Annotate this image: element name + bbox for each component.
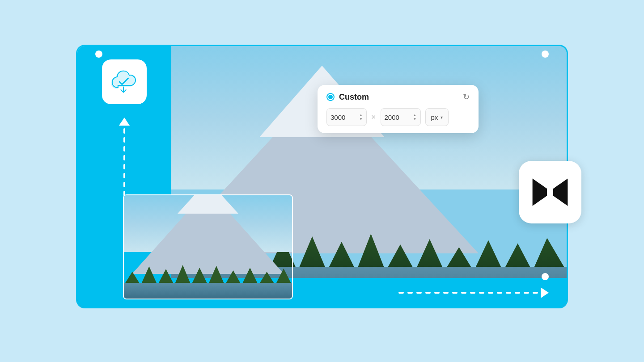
height-input[interactable]: 2000 ▲ ▼ <box>381 108 421 126</box>
width-arrow-up[interactable]: ▲ <box>359 114 363 117</box>
dash <box>123 137 125 143</box>
capcut-icon <box>530 177 570 208</box>
dash <box>515 292 520 294</box>
corner-dot-top-right <box>542 51 549 58</box>
export-arrow-indicator <box>398 287 549 298</box>
dash <box>470 292 475 294</box>
radio-inner-dot <box>328 95 333 99</box>
corner-dot-top-left <box>95 51 102 58</box>
thumb-water <box>124 283 292 299</box>
cloud-upload-icon <box>110 67 139 97</box>
height-arrow-up[interactable]: ▲ <box>413 114 417 117</box>
custom-label-row: Custom <box>326 93 369 102</box>
thumb-snow <box>178 194 238 214</box>
custom-label: Custom <box>339 93 369 102</box>
height-value: 2000 <box>385 114 399 121</box>
chevron-down-icon: ▾ <box>441 115 443 120</box>
dash <box>123 155 125 160</box>
cloud-upload-box[interactable] <box>102 59 147 104</box>
source-thumbnail <box>123 194 293 299</box>
width-value: 3000 <box>330 114 345 121</box>
settings-header-row: Custom ↻ <box>326 92 470 102</box>
width-spinners: ▲ ▼ <box>359 114 363 121</box>
dash <box>123 173 125 178</box>
dash <box>416 292 422 294</box>
width-arrow-down[interactable]: ▼ <box>359 118 363 121</box>
dash <box>497 292 502 294</box>
arrow-right-head <box>541 287 549 298</box>
dimension-separator: × <box>371 113 376 122</box>
height-arrow-down[interactable]: ▼ <box>413 118 417 121</box>
svg-rect-0 <box>547 188 553 196</box>
dash <box>434 292 440 294</box>
dash <box>533 292 538 294</box>
dash <box>425 292 431 294</box>
dashes-horizontal <box>398 292 538 294</box>
capcut-logo-box[interactable] <box>519 161 581 223</box>
dash <box>488 292 493 294</box>
unit-label: px <box>431 114 438 121</box>
dash <box>443 292 449 294</box>
dash <box>506 292 511 294</box>
corner-dot-bottom-right <box>542 273 549 280</box>
dash <box>407 292 413 294</box>
custom-radio-button[interactable] <box>326 93 335 101</box>
settings-dimensions-row: 3000 ▲ ▼ × 2000 ▲ ▼ px ▾ <box>326 108 470 126</box>
unit-dropdown[interactable]: px ▾ <box>425 108 449 126</box>
dash <box>479 292 484 294</box>
dash <box>123 128 125 134</box>
height-spinners: ▲ ▼ <box>413 114 417 121</box>
width-input[interactable]: 3000 ▲ ▼ <box>326 108 367 126</box>
dash <box>123 182 125 187</box>
dash <box>123 146 125 152</box>
dash <box>452 292 458 294</box>
arrow-up-head <box>119 118 130 126</box>
dash <box>123 164 125 169</box>
reset-button[interactable]: ↻ <box>463 92 470 102</box>
custom-settings-panel: Custom ↻ 3000 ▲ ▼ × 2000 ▲ ▼ <box>318 85 479 133</box>
dash <box>398 292 404 294</box>
dash <box>524 292 529 294</box>
main-scene: Custom ↻ 3000 ▲ ▼ × 2000 ▲ ▼ <box>54 36 590 326</box>
dash <box>461 292 466 294</box>
